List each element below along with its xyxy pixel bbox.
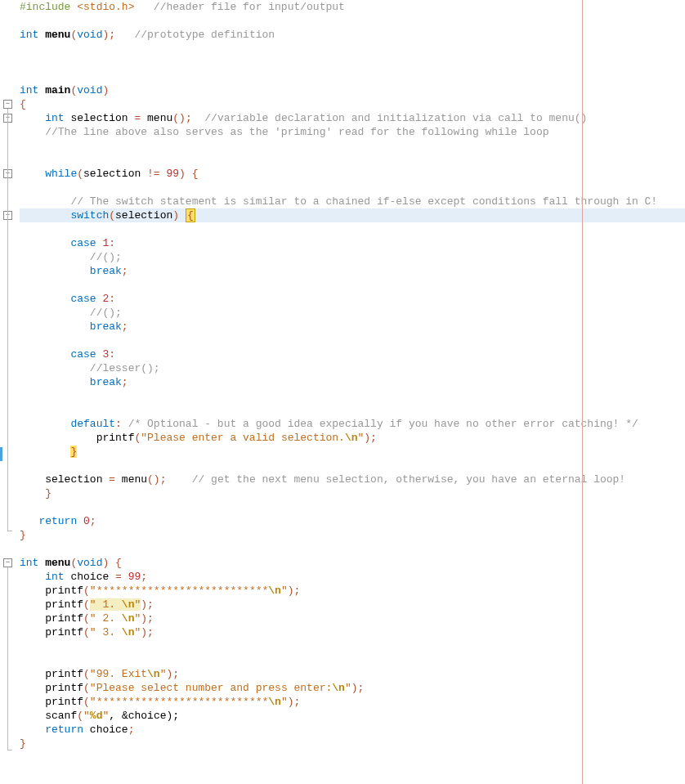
code-line: // The switch statement is similar to a … — [20, 195, 685, 208]
code-line — [20, 403, 685, 417]
code-line: int menu(void) { — [20, 556, 685, 570]
fold-guide — [7, 123, 8, 531]
code-line — [20, 222, 685, 236]
code-line — [20, 278, 685, 292]
code-line: int main(void) — [20, 83, 685, 97]
code-line — [20, 389, 685, 403]
code-line: printf("Please enter a valid selection.\… — [20, 431, 685, 445]
code-line: printf("99. Exit\n"); — [20, 667, 685, 681]
current-line: switch(selection) { — [20, 208, 685, 222]
code-line: while(selection != 99) { — [20, 167, 685, 181]
code-line — [20, 42, 685, 56]
code-line — [20, 153, 685, 167]
code-line: } — [20, 445, 685, 459]
fold-toggle-icon[interactable]: − — [3, 558, 12, 567]
code-area[interactable]: #include <stdio.h> //header file for inp… — [16, 0, 685, 784]
code-line: default: /* Optional - but a good idea e… — [20, 417, 685, 431]
code-line: int selection = menu(); //variable decla… — [20, 111, 685, 125]
code-line: { — [20, 97, 685, 111]
code-line — [20, 653, 685, 667]
code-line: break; — [20, 320, 685, 334]
code-line — [20, 639, 685, 653]
code-line: printf("Please select number and press e… — [20, 681, 685, 695]
code-line — [20, 139, 685, 153]
code-line: case 2: — [20, 292, 685, 306]
code-line: selection = menu(); // get the next menu… — [20, 473, 685, 486]
code-line: //The line above also serves as the 'pri… — [20, 125, 685, 139]
code-line: int choice = 99; — [20, 570, 685, 584]
code-line: printf(" 3. \n"); — [20, 625, 685, 639]
matched-brace: { — [186, 208, 195, 222]
code-line: #include <stdio.h> //header file for inp… — [20, 0, 685, 14]
code-line: printf("***************************\n"); — [20, 695, 685, 709]
code-line: case 3: — [20, 347, 685, 361]
code-line: int menu(void); //prototype definition — [20, 28, 685, 42]
code-line: //(); — [20, 250, 685, 264]
code-line: } — [20, 486, 685, 500]
code-line — [20, 500, 685, 514]
code-line: //lesser(); — [20, 361, 685, 375]
fold-end — [7, 750, 12, 750]
fold-end — [7, 531, 12, 531]
code-line: } — [20, 737, 685, 750]
code-line: } — [20, 528, 685, 542]
code-line — [20, 334, 685, 347]
code-line: break; — [20, 375, 685, 389]
matched-brace: } — [70, 446, 77, 458]
code-line: scanf("%d", &choice); — [20, 709, 685, 723]
code-line: break; — [20, 264, 685, 278]
code-line: printf(" 1. \n"); — [20, 598, 685, 612]
code-line: return choice; — [20, 723, 685, 737]
code-line: case 1: — [20, 236, 685, 250]
code-line — [20, 14, 685, 28]
code-line: printf("***************************\n"); — [20, 584, 685, 598]
code-line: printf(" 2. \n"); — [20, 612, 685, 625]
right-margin-ruler — [582, 0, 583, 784]
change-marker — [0, 447, 2, 461]
code-line — [20, 459, 685, 473]
code-line — [20, 542, 685, 556]
code-line: return 0; — [20, 514, 685, 528]
code-line — [20, 69, 685, 83]
code-editor: − − − − − #include <stdio.h> //header fi… — [0, 0, 685, 784]
code-line — [20, 181, 685, 195]
code-line — [20, 56, 685, 69]
fold-guide — [7, 567, 8, 750]
code-line: //(); — [20, 306, 685, 320]
fold-gutter: − − − − − — [0, 0, 16, 784]
fold-toggle-icon[interactable]: − — [3, 100, 12, 109]
